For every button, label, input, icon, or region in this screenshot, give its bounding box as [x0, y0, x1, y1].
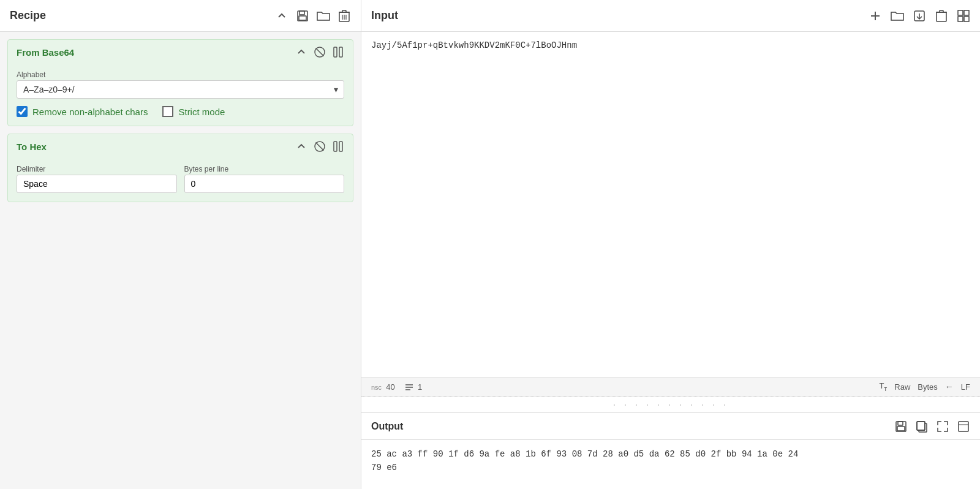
- remove-nonalpha-checkbox[interactable]: [17, 106, 28, 117]
- to-hex-controls: [295, 140, 344, 153]
- to-hex-header: To Hex: [8, 134, 353, 159]
- right-panel: Input: [361, 0, 980, 489]
- left-panel: Recipe: [0, 0, 361, 489]
- svg-rect-2: [299, 16, 306, 20]
- to-hex-title: To Hex: [17, 142, 47, 152]
- status-bar: nsc 40 1 Tт Raw Bytes ← LF: [361, 377, 980, 396]
- remove-nonalpha-label: Remove non-alphabet chars: [32, 107, 148, 117]
- alphabet-select-wrapper: A–Za–z0–9+/: [17, 80, 344, 99]
- to-hex-pause-icon[interactable]: [332, 140, 344, 153]
- to-hex-body: Delimiter Space Bytes per line 0: [8, 159, 353, 202]
- recipe-header: Recipe: [0, 0, 361, 32]
- strict-mode-label: Strict mode: [178, 107, 225, 117]
- to-hex-fields: Delimiter Space Bytes per line 0: [17, 165, 344, 193]
- svg-rect-37: [897, 426, 905, 431]
- output-content: 25 ac a3 ff 90 1f d6 9a fe a8 1b 6f 93 0…: [361, 440, 980, 489]
- input-textarea[interactable]: [361, 32, 980, 377]
- svg-rect-29: [964, 10, 969, 15]
- arrow-left-icon: ←: [945, 382, 954, 392]
- from-base64-card: From Base64: [7, 39, 353, 126]
- output-header-icons: [894, 420, 970, 433]
- svg-rect-31: [964, 17, 969, 21]
- strict-mode-checkbox-item[interactable]: Strict mode: [162, 106, 225, 117]
- from-base64-title: From Base64: [17, 47, 74, 58]
- lines-status: 1: [405, 382, 422, 392]
- output-value: 25 ac a3 ff 90 1f d6 9a fe a8 1b 6f 93 0…: [371, 449, 798, 472]
- checkbox-row: Remove non-alphabet chars Strict mode: [17, 106, 344, 117]
- lines-value: 1: [418, 382, 422, 392]
- recipe-trash-icon[interactable]: [337, 9, 351, 23]
- strict-mode-checkbox-square[interactable]: [162, 106, 173, 117]
- recipe-save-icon[interactable]: [296, 9, 309, 23]
- recipe-content: From Base64: [0, 32, 361, 489]
- svg-rect-39: [917, 422, 925, 430]
- nsc-value: 40: [386, 382, 394, 392]
- svg-rect-13: [334, 47, 337, 57]
- from-base64-pause-icon[interactable]: [332, 46, 344, 58]
- divider-dots: · · · · · · · · · · ·: [361, 396, 980, 412]
- input-header-icons: [869, 9, 970, 23]
- expand-output-icon[interactable]: [936, 420, 949, 433]
- svg-rect-23: [937, 12, 946, 21]
- to-hex-disable-icon[interactable]: [314, 140, 326, 153]
- status-right: Tт Raw Bytes ← LF: [879, 381, 970, 392]
- svg-rect-30: [958, 17, 963, 21]
- input-header: Input: [361, 0, 980, 32]
- raw-label[interactable]: Raw: [894, 382, 910, 392]
- input-title: Input: [371, 9, 398, 22]
- from-base64-body: Alphabet A–Za–z0–9+/ Remove non-alphabet…: [8, 64, 353, 126]
- recipe-folder-icon[interactable]: [317, 9, 330, 23]
- lf-label[interactable]: LF: [961, 382, 970, 392]
- nsc-status: nsc 40: [371, 382, 395, 392]
- grid-view-icon[interactable]: [957, 9, 970, 23]
- bytes-label[interactable]: Bytes: [918, 382, 938, 392]
- open-file-icon[interactable]: [891, 9, 904, 23]
- svg-rect-14: [339, 47, 342, 57]
- fullscreen-output-icon[interactable]: [957, 420, 970, 433]
- svg-rect-1: [300, 11, 304, 15]
- svg-rect-41: [959, 422, 968, 431]
- delimiter-input[interactable]: Space: [17, 175, 177, 193]
- from-base64-disable-icon[interactable]: [314, 46, 326, 58]
- bytes-per-line-input[interactable]: 0: [184, 175, 345, 193]
- alphabet-label: Alphabet: [17, 70, 344, 79]
- recipe-title: Recipe: [10, 9, 46, 22]
- delimiter-field: Delimiter Space: [17, 165, 177, 193]
- to-hex-card: To Hex: [7, 134, 353, 202]
- output-section: Output: [361, 412, 980, 489]
- import-icon[interactable]: [913, 9, 926, 23]
- svg-rect-17: [334, 142, 337, 151]
- remove-nonalpha-checkbox-item[interactable]: Remove non-alphabet chars: [17, 106, 148, 117]
- alphabet-field: Alphabet A–Za–z0–9+/: [17, 70, 344, 99]
- bytes-per-line-label: Bytes per line: [184, 165, 345, 173]
- delete-input-icon[interactable]: [935, 9, 948, 23]
- svg-rect-18: [339, 142, 342, 151]
- recipe-collapse-icon[interactable]: [275, 9, 288, 23]
- alphabet-select[interactable]: A–Za–z0–9+/: [17, 80, 344, 99]
- from-base64-controls: [295, 46, 344, 58]
- copy-output-icon[interactable]: [915, 420, 929, 433]
- output-title: Output: [371, 421, 403, 432]
- nsc-label: nsc: [371, 384, 382, 391]
- recipe-header-icons: [275, 9, 351, 23]
- font-icon: Tт: [879, 381, 887, 392]
- delimiter-label: Delimiter: [17, 165, 177, 173]
- output-header: Output: [361, 413, 980, 440]
- status-left: nsc 40 1: [371, 382, 422, 392]
- svg-rect-36: [898, 422, 903, 425]
- save-output-icon[interactable]: [894, 420, 908, 433]
- bytes-per-line-field: Bytes per line 0: [184, 165, 345, 193]
- svg-line-12: [316, 48, 324, 56]
- svg-line-16: [316, 143, 324, 151]
- from-base64-header: From Base64: [8, 40, 353, 64]
- add-input-icon[interactable]: [869, 9, 882, 23]
- svg-rect-28: [958, 10, 963, 15]
- to-hex-collapse-icon[interactable]: [295, 140, 307, 153]
- from-base64-collapse-icon[interactable]: [295, 46, 307, 58]
